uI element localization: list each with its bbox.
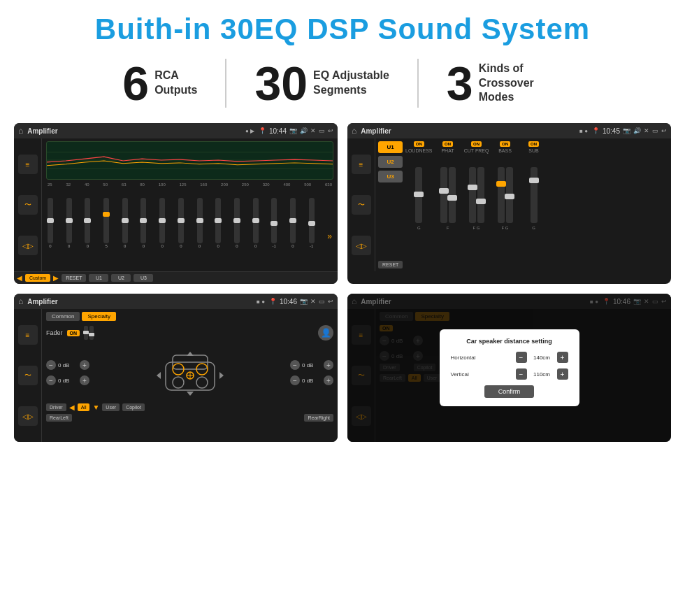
- btn-copilot[interactable]: Copilot: [122, 403, 145, 411]
- back-icon-fader: ↩: [328, 298, 333, 305]
- fader-body: ≡ 〜 ◁▷ Common Specialty Fader ON: [14, 309, 338, 442]
- btn-all[interactable]: All: [78, 403, 90, 411]
- eq-sidebar: ≡ 〜 ◁▷: [14, 138, 42, 271]
- confirm-button[interactable]: Confirm: [484, 385, 535, 398]
- fader-main-area: Common Specialty Fader ON 👤: [42, 309, 338, 442]
- fader-sliders-horiz: [84, 326, 94, 340]
- eq-freq-labels: 25 32 40 50 63 80 100 125 160 200 250 32…: [46, 182, 333, 187]
- dialog-vertical-label: Vertical: [451, 371, 486, 378]
- horizontal-plus-btn[interactable]: +: [557, 352, 568, 363]
- eq-slider-8[interactable]: 0: [178, 198, 184, 248]
- preset-u1[interactable]: U1: [378, 141, 403, 153]
- eq-slider-15[interactable]: -1: [309, 198, 315, 248]
- eq-app-name: Amplifier: [27, 127, 241, 135]
- stat-crossover-text: Kinds of Crossover Modes: [479, 62, 563, 105]
- sub-on-btn[interactable]: ON: [528, 141, 539, 147]
- channel-bass: ON BASS F G: [492, 141, 519, 268]
- fader-screen: ⌂ Amplifier ■ ● 📍 10:46 📷 ✕ ▭ ↩ ≡ 〜 ◁▷: [14, 294, 338, 442]
- svg-marker-15: [219, 372, 224, 379]
- x-icon-fader: ✕: [310, 298, 316, 305]
- stat-rca-text: RCA Outputs: [154, 69, 197, 98]
- fader-sidebar: ≡ 〜 ◁▷: [14, 309, 42, 442]
- fader-sidebar-btn-2[interactable]: 〜: [18, 366, 38, 385]
- eq-slider-4[interactable]: 5: [103, 198, 109, 248]
- db-plus-2[interactable]: +: [80, 375, 89, 385]
- db-minus-2[interactable]: −: [46, 375, 56, 385]
- eq-slider-13[interactable]: -1: [271, 198, 277, 248]
- eq-slider-11[interactable]: 0: [234, 198, 240, 248]
- eq-slider-9[interactable]: 0: [197, 198, 203, 248]
- preset-u2[interactable]: U2: [378, 156, 403, 168]
- btn-rearleft[interactable]: RearLeft: [46, 414, 72, 422]
- db-ctrl-4: − 0 dB +: [290, 375, 333, 385]
- eq-u3-btn[interactable]: U3: [134, 274, 153, 282]
- btn-user[interactable]: User: [102, 403, 120, 411]
- fader-on-badge[interactable]: ON: [67, 330, 80, 336]
- eq-slider-7[interactable]: 0: [159, 198, 165, 248]
- dialog-title: Car speaker distance setting: [451, 338, 568, 345]
- eq-slider-2[interactable]: 0: [66, 198, 72, 248]
- fader-sidebar-btn-3[interactable]: ◁▷: [18, 406, 38, 426]
- window-icon-cross: ▭: [652, 127, 658, 134]
- eq-more-btn[interactable]: »: [327, 231, 332, 248]
- db-minus-1[interactable]: −: [46, 360, 56, 370]
- bass-on-btn[interactable]: ON: [500, 141, 510, 147]
- fader-sidebar-btn-1[interactable]: ≡: [18, 325, 38, 345]
- eq-screen: ⌂ Amplifier ● ▶ 📍 10:44 📷 🔊 ✕ ▭ ↩ ≡ 〜 ◁▷: [14, 123, 338, 284]
- eq-u1-btn[interactable]: U1: [89, 274, 108, 282]
- freq-200: 200: [221, 182, 228, 187]
- phat-on-btn[interactable]: ON: [442, 141, 453, 147]
- db-plus-4[interactable]: +: [324, 375, 333, 385]
- cutfreq-label: CUT FREQ: [464, 148, 489, 153]
- freq-250: 250: [242, 182, 249, 187]
- eq-u2-btn[interactable]: U2: [111, 274, 131, 282]
- fader-dot: ■ ●: [257, 299, 265, 305]
- eq-reset-btn[interactable]: RESET: [62, 274, 86, 282]
- db-plus-3[interactable]: +: [324, 360, 333, 370]
- eq-slider-14[interactable]: 0: [290, 198, 296, 248]
- db-minus-4[interactable]: −: [290, 375, 300, 385]
- camera-icon-eq: 📷: [289, 127, 297, 134]
- vertical-plus-btn[interactable]: +: [557, 368, 568, 380]
- vertical-minus-btn[interactable]: −: [516, 368, 527, 380]
- dialog-overlay: Car speaker distance setting Horizontal …: [347, 294, 671, 442]
- eq-custom-btn[interactable]: Custom: [25, 274, 50, 282]
- stat-crossover-number: 3: [447, 59, 473, 107]
- horizontal-minus-btn[interactable]: −: [516, 352, 527, 363]
- cross-reset-btn[interactable]: RESET: [378, 261, 403, 268]
- eq-next-btn[interactable]: ▶: [53, 274, 59, 282]
- btn-driver[interactable]: Driver: [46, 403, 66, 411]
- db-minus-3[interactable]: −: [290, 360, 300, 370]
- freq-500: 500: [304, 182, 311, 187]
- freq-320: 320: [263, 182, 270, 187]
- eq-prev-btn[interactable]: ◀: [17, 274, 22, 282]
- eq-slider-10[interactable]: 0: [215, 198, 221, 248]
- eq-slider-3[interactable]: 0: [85, 198, 90, 248]
- db-ctrl-2: − 0 dB +: [46, 375, 89, 385]
- dialog-vertical-row: Vertical − 110cm +: [451, 368, 568, 380]
- crossover-body: ≡ 〜 ◁▷ U1 U2 U3 RESET ON LO: [347, 138, 671, 271]
- fader-tab-common[interactable]: Common: [46, 312, 80, 321]
- eq-slider-5[interactable]: 0: [122, 198, 128, 248]
- db-ctrl-3: − 0 dB +: [290, 360, 333, 370]
- eq-slider-6[interactable]: 0: [140, 198, 146, 248]
- eq-slider-12[interactable]: 0: [253, 198, 259, 248]
- db-plus-1[interactable]: +: [80, 360, 89, 370]
- eq-slider-1[interactable]: 0: [48, 198, 53, 248]
- eq-sidebar-btn-2[interactable]: 〜: [18, 195, 38, 215]
- cross-dot: ■ ●: [579, 128, 588, 134]
- freq-400: 400: [283, 182, 290, 187]
- db-val-3: 0 dB: [302, 362, 322, 368]
- btn-rearright[interactable]: RearRight: [304, 414, 333, 422]
- eq-sidebar-btn-1[interactable]: ≡: [18, 155, 38, 174]
- cutfreq-on-btn[interactable]: ON: [471, 141, 482, 147]
- cross-sidebar-btn-3[interactable]: ◁▷: [352, 236, 371, 255]
- svg-point-7: [173, 377, 184, 388]
- cross-sidebar-btn-2[interactable]: 〜: [352, 195, 371, 215]
- fader-tab-specialty[interactable]: Specialty: [82, 312, 115, 321]
- fader-bottom-btns: Driver ◀ All ▼ User Copilot: [46, 403, 333, 411]
- preset-u3[interactable]: U3: [378, 171, 403, 182]
- eq-sidebar-btn-3[interactable]: ◁▷: [18, 236, 38, 255]
- cross-sidebar-btn-1[interactable]: ≡: [352, 155, 371, 174]
- loudness-on-btn[interactable]: ON: [414, 141, 424, 147]
